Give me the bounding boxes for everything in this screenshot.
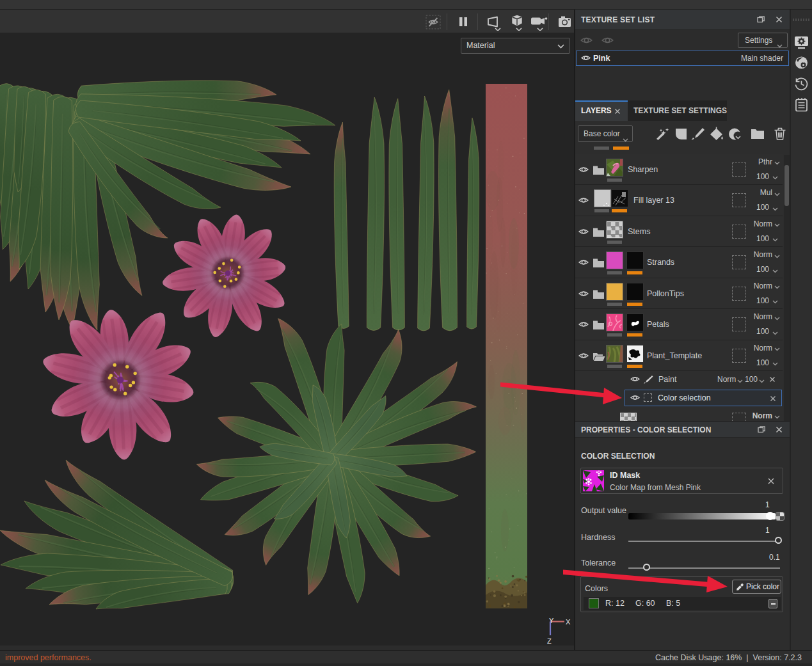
svg-text:Y: Y [549, 617, 554, 624]
svg-text:X: X [566, 618, 571, 626]
svg-text:Z: Z [547, 637, 552, 645]
